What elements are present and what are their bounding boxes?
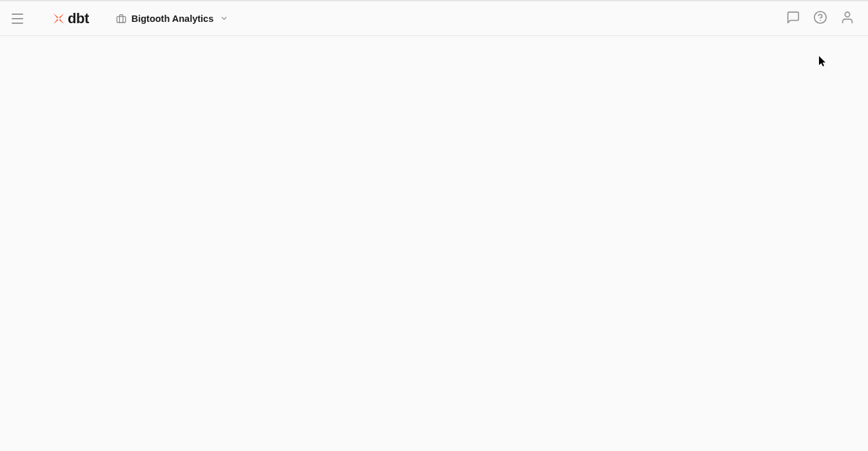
menu-button[interactable] [10,11,26,26]
svg-point-0 [57,17,60,19]
chat-button[interactable] [785,11,801,26]
hamburger-icon [12,14,23,15]
chat-icon [786,10,800,27]
user-icon [840,10,854,27]
briefcase-icon [116,14,126,24]
help-button[interactable] [813,11,828,26]
project-name-label: Bigtooth Analytics [132,14,214,24]
hamburger-icon [12,18,23,19]
app-logo[interactable]: dbt [52,10,89,27]
dbt-logo-icon [52,12,66,26]
logo-text: dbt [68,10,89,27]
user-account-button[interactable] [840,11,855,26]
help-icon [813,10,827,27]
project-selector[interactable]: Bigtooth Analytics [116,14,229,24]
svg-point-4 [845,12,849,16]
app-header: dbt Bigtooth Analytics [0,1,868,36]
chevron-down-icon [220,14,228,23]
header-right-group [785,11,855,26]
hamburger-icon [12,23,23,24]
svg-rect-1 [117,16,125,22]
header-left-group: dbt Bigtooth Analytics [10,10,228,27]
main-content [0,36,868,451]
